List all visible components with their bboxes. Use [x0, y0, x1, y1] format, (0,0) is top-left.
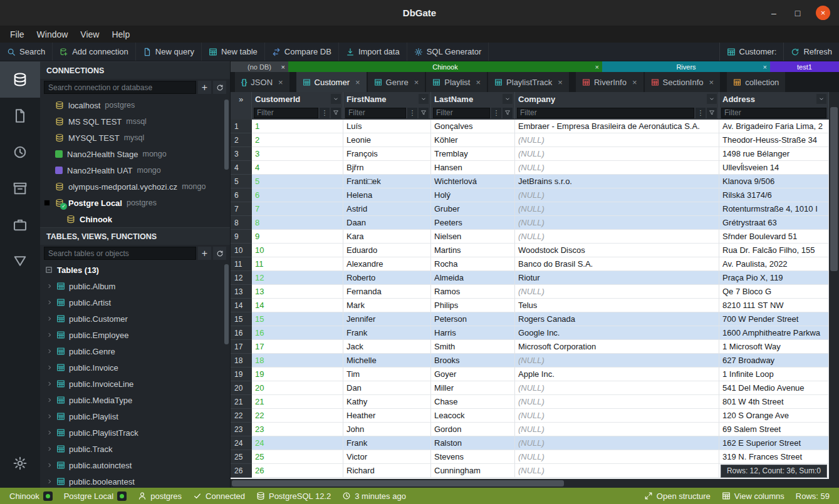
status-view-columns[interactable]: View columns — [716, 491, 790, 501]
grid-corner-button[interactable]: » — [231, 92, 252, 106]
table-row[interactable]: 1414MarkPhilipsTelus8210 111 ST NW — [231, 299, 829, 312]
status-postgresql-12-2[interactable]: PostgreSQL 12.2 — [251, 491, 336, 501]
cell-lastname[interactable]: Ramos — [431, 285, 515, 299]
cell-company[interactable]: (NULL) — [515, 395, 719, 409]
chevron-right-icon[interactable] — [46, 381, 53, 387]
cell-address[interactable]: 120 S Orange Ave — [719, 409, 829, 423]
cell-address[interactable]: Rilská 3174/6 — [719, 188, 829, 202]
chevron-right-icon[interactable] — [46, 299, 53, 306]
cell-company[interactable]: (NULL) — [515, 188, 719, 202]
cell-company[interactable]: (NULL) — [515, 436, 719, 450]
filter-menu-button[interactable]: ⋮ — [696, 108, 706, 118]
db-tab-no-db[interactable]: (no DB)× — [231, 61, 288, 72]
table-item-public-mediatype[interactable]: public.MediaType — [40, 392, 230, 408]
cell-address[interactable]: 8210 111 ST NW — [719, 299, 829, 312]
minimize-button[interactable]: – — [768, 8, 779, 18]
row-number[interactable]: 5 — [231, 175, 252, 188]
connection-item-mysql-test[interactable]: MYSQL TESTmysql — [40, 130, 230, 146]
cell-firstname[interactable]: Kara — [343, 230, 431, 244]
cell-customerid[interactable]: 18 — [252, 354, 343, 368]
chevron-right-icon[interactable] — [46, 429, 53, 436]
chevron-down-icon[interactable] — [331, 94, 341, 104]
filter-input-customerid[interactable] — [254, 108, 318, 118]
close-icon[interactable]: × — [476, 78, 481, 87]
cell-firstname[interactable]: Eduardo — [343, 244, 431, 257]
row-number[interactable]: 15 — [231, 312, 252, 326]
sidebar-gear-button[interactable] — [0, 445, 40, 481]
cell-firstname[interactable]: Bjřrn — [343, 161, 431, 175]
cell-address[interactable]: Theodor-Heuss-Straße 34 — [719, 133, 829, 147]
cell-lastname[interactable]: Tremblay — [431, 147, 515, 161]
tab-playlist[interactable]: Playlist× — [426, 72, 487, 92]
close-button[interactable]: × — [816, 6, 830, 20]
cell-company[interactable]: (NULL) — [515, 464, 719, 478]
cell-company[interactable]: (NULL) — [515, 133, 719, 147]
filter-input-lastname[interactable] — [433, 108, 490, 118]
cell-firstname[interactable]: Dan — [343, 381, 431, 395]
cell-firstname[interactable]: Kathy — [343, 395, 431, 409]
cell-address[interactable]: Av. Paulista, 2022 — [719, 257, 829, 271]
cell-customerid[interactable]: 10 — [252, 244, 343, 257]
horizontal-scrollbar[interactable] — [231, 479, 839, 488]
cell-lastname[interactable]: Peeters — [431, 216, 515, 230]
tab-customer[interactable]: Customer× — [296, 72, 367, 92]
close-icon[interactable]: × — [632, 78, 637, 87]
scrollbar-thumb[interactable] — [232, 480, 564, 486]
cell-lastname[interactable]: Smith — [431, 340, 515, 354]
filter-menu-button[interactable]: ⋮ — [407, 108, 417, 118]
table-row[interactable]: 1616FrankHarrisGoogle Inc.1600 Amphithea… — [231, 326, 829, 340]
cell-lastname[interactable]: Ralston — [431, 436, 515, 450]
menu-view[interactable]: View — [74, 26, 105, 43]
row-number[interactable]: 9 — [231, 230, 252, 244]
column-header-company[interactable]: Company — [515, 92, 719, 106]
row-number[interactable]: 24 — [231, 436, 252, 450]
scrollbar-thumb[interactable] — [224, 264, 229, 344]
cell-address[interactable]: Grétrystraat 63 — [719, 216, 829, 230]
db-tab-test1[interactable]: test1 — [770, 61, 839, 72]
filter-input-company[interactable] — [517, 108, 694, 118]
cell-company[interactable]: Telus — [515, 299, 719, 312]
table-row[interactable]: 33FrançoisTremblay(NULL)1498 rue Bélange… — [231, 147, 829, 161]
cell-firstname[interactable]: Jennifer — [343, 312, 431, 326]
cell-address[interactable]: 700 W Pender Street — [719, 312, 829, 326]
cell-address[interactable]: Rua Dr. Falcão Filho, 155 — [719, 244, 829, 257]
cell-firstname[interactable]: Astrid — [343, 202, 431, 216]
table-row[interactable]: 2020DanMiller(NULL)541 Del Medio Avenue — [231, 381, 829, 395]
menu-file[interactable]: File — [4, 26, 31, 43]
chevron-right-icon[interactable] — [46, 413, 53, 419]
table-row[interactable]: 1212RobertoAlmeidaRioturPraça Pio X, 119 — [231, 271, 829, 285]
chevron-right-icon[interactable] — [46, 364, 53, 371]
add-connection-button[interactable]: + — [198, 81, 211, 94]
row-number[interactable]: 17 — [231, 340, 252, 354]
cell-address[interactable]: Rotenturmstraße 4, 1010 I — [719, 202, 829, 216]
cell-customerid[interactable]: 20 — [252, 381, 343, 395]
sidebar-archive-button[interactable] — [0, 170, 40, 207]
chevron-right-icon[interactable] — [46, 332, 53, 338]
column-header-customerid[interactable]: CustomerId — [252, 92, 343, 106]
cell-customerid[interactable]: 17 — [252, 340, 343, 354]
close-icon[interactable]: × — [414, 78, 419, 87]
cell-customerid[interactable]: 3 — [252, 147, 343, 161]
cell-customerid[interactable]: 23 — [252, 423, 343, 436]
chevron-right-icon[interactable] — [46, 478, 53, 485]
connection-item-localhost[interactable]: localhostpostgres — [40, 97, 230, 113]
chevron-down-icon[interactable] — [707, 94, 717, 104]
tab-sectioninfo[interactable]: SectionInfo× — [645, 72, 721, 92]
cell-lastname[interactable]: Köhler — [431, 133, 515, 147]
connection-item-ms-sql-test[interactable]: MS SQL TESTmssql — [40, 113, 230, 130]
filter-input-firstname[interactable] — [345, 108, 406, 118]
table-row[interactable]: 22LeonieKöhler(NULL)Theodor-Heuss-Straße… — [231, 133, 829, 147]
chevron-right-icon[interactable] — [46, 446, 53, 452]
cell-customerid[interactable]: 11 — [252, 257, 343, 271]
cell-company[interactable]: (NULL) — [515, 147, 719, 161]
close-icon[interactable]: × — [763, 63, 767, 71]
cell-address[interactable]: 801 W 4th Street — [719, 395, 829, 409]
filter-funnel-button[interactable] — [331, 108, 341, 118]
table-item-public-playlist[interactable]: public.Playlist — [40, 408, 230, 424]
row-number[interactable]: 11 — [231, 257, 252, 271]
row-number[interactable]: 12 — [231, 271, 252, 285]
cell-firstname[interactable]: Roberto — [343, 271, 431, 285]
row-number[interactable]: 10 — [231, 244, 252, 257]
status-postgres[interactable]: postgres — [132, 491, 187, 501]
cell-firstname[interactable]: Richard — [343, 464, 431, 478]
